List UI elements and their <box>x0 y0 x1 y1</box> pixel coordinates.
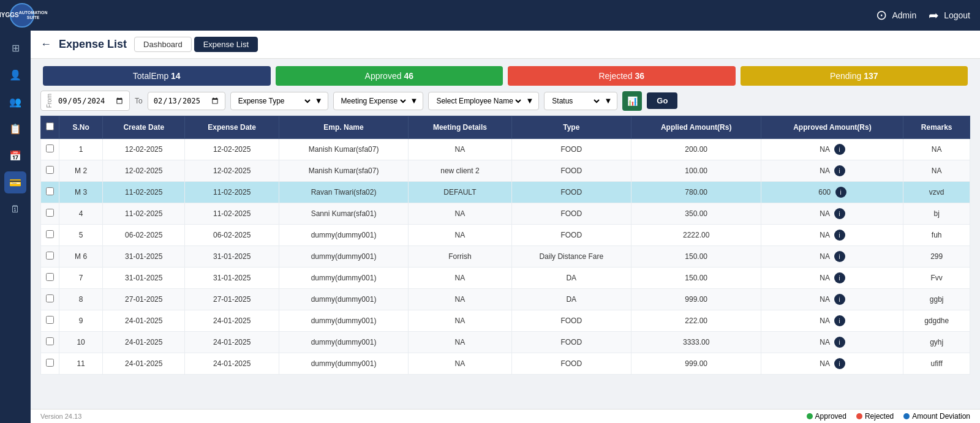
row-checkbox[interactable] <box>46 294 54 302</box>
logo-icon: NYGGSAUTOMATION SUITE <box>10 3 34 28</box>
row-sno: M 2 <box>59 160 103 182</box>
table-row[interactable]: 7 31-01-2025 31-01-2025 dummy(dummy001) … <box>41 268 970 289</box>
row-applied-amount: 150.00 <box>631 246 761 268</box>
version-label: Version 24.13 <box>40 413 81 420</box>
info-button[interactable]: i <box>834 165 845 176</box>
row-remarks: ufiff <box>903 353 970 375</box>
from-date-input[interactable] <box>56 94 126 108</box>
info-button[interactable]: i <box>835 187 846 198</box>
tab-dashboard[interactable]: Dashboard <box>134 37 192 52</box>
user-label: Admin <box>892 10 916 20</box>
back-button[interactable]: ← <box>40 38 51 51</box>
row-remarks: bj <box>903 203 970 225</box>
page-header: ← Expense List Dashboard Expense List <box>31 31 980 59</box>
row-meeting-details: NA <box>409 203 511 225</box>
employee-name-select[interactable]: Select Employee Name <box>434 96 523 106</box>
row-expense-date: 31-01-2025 <box>185 246 279 268</box>
sidebar-item-dashboard[interactable]: ⊞ <box>4 37 26 59</box>
header-type: Type <box>511 116 631 139</box>
table-row[interactable]: 8 27-01-2025 27-01-2025 dummy(dummy001) … <box>41 289 970 310</box>
employee-name-filter[interactable]: Select Employee Name ▼ <box>428 92 539 110</box>
header-sno: S.No <box>59 116 103 139</box>
logo-area: NYGGSAUTOMATION SUITE <box>10 3 34 28</box>
sidebar-item-calendar[interactable]: 📅 <box>4 144 26 167</box>
go-button[interactable]: Go <box>647 92 677 109</box>
table-row[interactable]: 10 24-01-2025 24-01-2025 dummy(dummy001)… <box>41 332 970 353</box>
row-approved-amount: NA i <box>761 246 903 268</box>
meeting-expense-filter[interactable]: Meeting Expense DEFAULT Forrish new clie… <box>333 92 424 110</box>
row-expense-date: 27-01-2025 <box>185 289 279 310</box>
stat-rejected: Rejected 36 <box>508 66 736 86</box>
row-type: FOOD <box>511 225 631 246</box>
row-checkbox[interactable] <box>46 252 54 260</box>
row-remarks: 299 <box>903 246 970 268</box>
sidebar-item-group[interactable]: 👥 <box>4 91 26 113</box>
table-row[interactable]: 4 11-02-2025 11-02-2025 Sanni Kumar(sfa0… <box>41 203 970 225</box>
row-checkbox[interactable] <box>46 230 54 238</box>
row-checkbox[interactable] <box>46 166 54 174</box>
row-sno: 11 <box>59 353 103 375</box>
excel-export-button[interactable]: 📊 <box>622 91 642 111</box>
table-row[interactable]: M 6 31-01-2025 31-01-2025 dummy(dummy001… <box>41 246 970 268</box>
row-approved-amount: NA i <box>761 139 903 160</box>
info-button[interactable]: i <box>834 272 845 283</box>
info-button[interactable]: i <box>834 230 845 241</box>
info-button[interactable]: i <box>834 144 845 155</box>
expense-type-filter[interactable]: Expense Type FOOD DA Daily Distance Fare… <box>230 92 328 110</box>
table-row[interactable]: M 3 11-02-2025 11-02-2025 Ravan Tiwari(s… <box>41 182 970 203</box>
row-create-date: 12-02-2025 <box>103 139 185 160</box>
row-remarks: Fvv <box>903 268 970 289</box>
status-filter[interactable]: Status Approved Rejected Pending ▼ <box>544 92 617 110</box>
row-checkbox[interactable] <box>46 144 54 152</box>
row-sno: 10 <box>59 332 103 353</box>
expense-type-select[interactable]: Expense Type FOOD DA Daily Distance Fare <box>236 96 312 106</box>
row-create-date: 11-02-2025 <box>103 203 185 225</box>
sidebar-item-schedule[interactable]: 🗓 <box>4 198 26 220</box>
sidebar-item-expense[interactable]: 💳 <box>4 171 26 193</box>
table-row[interactable]: M 2 12-02-2025 12-02-2025 Manish Kumar(s… <box>41 160 970 182</box>
amount-deviation-legend-label: Amount Deviation <box>912 412 970 421</box>
info-button[interactable]: i <box>834 315 845 326</box>
status-select[interactable]: Status Approved Rejected Pending <box>549 96 601 106</box>
row-meeting-details: NA <box>409 268 511 289</box>
meeting-expense-select[interactable]: Meeting Expense DEFAULT Forrish new clie… <box>339 96 408 106</box>
row-checkbox[interactable] <box>46 209 54 217</box>
row-remarks: ggbj <box>903 289 970 310</box>
row-expense-date: 31-01-2025 <box>185 268 279 289</box>
info-button[interactable]: i <box>834 251 845 262</box>
select-all-checkbox[interactable] <box>46 122 54 130</box>
info-button[interactable]: i <box>834 337 845 348</box>
info-button[interactable]: i <box>834 358 845 369</box>
tab-expense-list[interactable]: Expense List <box>194 37 258 52</box>
table-row[interactable]: 11 24-01-2025 24-01-2025 dummy(dummy001)… <box>41 353 970 375</box>
row-checkbox[interactable] <box>46 273 54 281</box>
row-checkbox[interactable] <box>46 359 54 367</box>
row-checkbox[interactable] <box>46 187 54 195</box>
approved-legend-label: Approved <box>815 412 846 421</box>
row-meeting-details: Forrish <box>409 246 511 268</box>
row-type: FOOD <box>511 182 631 203</box>
table-row[interactable]: 9 24-01-2025 24-01-2025 dummy(dummy001) … <box>41 310 970 332</box>
info-button[interactable]: i <box>834 208 845 219</box>
row-checkbox-cell <box>41 353 59 375</box>
logout-button[interactable]: ➦ Logout <box>929 8 970 23</box>
sidebar-item-report[interactable]: 📋 <box>4 118 26 140</box>
row-checkbox[interactable] <box>46 337 54 345</box>
to-date-input[interactable] <box>152 94 221 108</box>
info-button[interactable]: i <box>834 294 845 305</box>
table-row[interactable]: 5 06-02-2025 06-02-2025 dummy(dummy001) … <box>41 225 970 246</box>
row-emp-name: Ravan Tiwari(sfa02) <box>279 182 408 203</box>
row-checkbox[interactable] <box>46 316 54 324</box>
row-remarks: gdgdhe <box>903 310 970 332</box>
rejected-dot <box>856 413 862 419</box>
row-checkbox-cell <box>41 310 59 332</box>
row-create-date: 31-01-2025 <box>103 246 185 268</box>
row-checkbox-cell <box>41 160 59 182</box>
row-approved-amount: NA i <box>761 289 903 310</box>
row-sno: M 3 <box>59 182 103 203</box>
main-content: ← Expense List Dashboard Expense List To… <box>31 31 980 423</box>
table-row[interactable]: 1 12-02-2025 12-02-2025 Manish Kumar(sfa… <box>41 139 970 160</box>
row-emp-name: dummy(dummy001) <box>279 246 408 268</box>
sidebar-item-person[interactable]: 👤 <box>4 64 26 86</box>
row-sno: 8 <box>59 289 103 310</box>
